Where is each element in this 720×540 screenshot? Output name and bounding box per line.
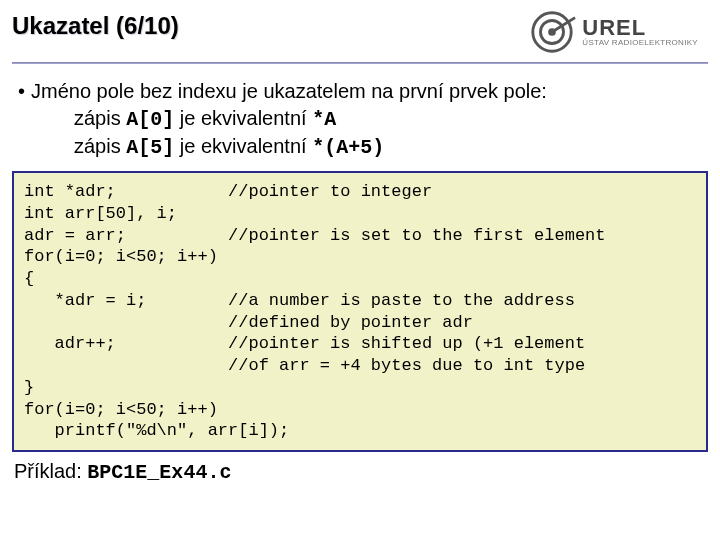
logo: UREL ÚSTAV RADIOELEKTRONIKY xyxy=(528,8,698,56)
slide-footer: Příklad: BPC1E_Ex44.c xyxy=(0,452,720,484)
bullet-line-1: • Jméno pole bez indexu je ukazatelem na… xyxy=(18,78,702,105)
code-l12: printf("%d\n", arr[i]); xyxy=(24,421,289,440)
logo-name: UREL xyxy=(582,17,698,39)
slide-body: • Jméno pole bez indexu je ukazatelem na… xyxy=(0,64,720,161)
text-line-2: zápis A[0] je ekvivalentní *A xyxy=(74,105,702,133)
text-line-3: zápis A[5] je ekvivalentní *(A+5) xyxy=(74,133,702,161)
code-l6: *adr = i; //a number is paste to the add… xyxy=(24,291,575,310)
footer-label: Příklad: xyxy=(14,460,87,482)
code-l7: //defined by pointer adr xyxy=(24,313,473,332)
footer-file: BPC1E_Ex44.c xyxy=(87,461,231,484)
code-l10: } xyxy=(24,378,34,397)
code-l11: for(i=0; i<50; i++) xyxy=(24,400,218,419)
urel-icon xyxy=(528,8,576,56)
page-title: Ukazatel (6/10) xyxy=(12,12,179,40)
code-l1: int *adr; //pointer to integer xyxy=(24,182,432,201)
text-line-1: Jméno pole bez indexu je ukazatelem na p… xyxy=(31,78,547,105)
code-l9: //of arr = +4 bytes due to int type xyxy=(24,356,585,375)
code-l8: adr++; //pointer is shifted up (+1 eleme… xyxy=(24,334,585,353)
bullet: • xyxy=(18,78,25,105)
code-block: int *adr; //pointer to integer int arr[5… xyxy=(12,171,708,452)
code-l3: adr = arr; //pointer is set to the first… xyxy=(24,226,606,245)
code-l2: int arr[50], i; xyxy=(24,204,177,223)
code-l5: { xyxy=(24,269,34,288)
logo-text: UREL ÚSTAV RADIOELEKTRONIKY xyxy=(582,17,698,47)
logo-sub: ÚSTAV RADIOELEKTRONIKY xyxy=(582,39,698,47)
slide-header: Ukazatel (6/10) UREL ÚSTAV RADIOELEKTRON… xyxy=(0,0,720,56)
code-l4: for(i=0; i<50; i++) xyxy=(24,247,218,266)
